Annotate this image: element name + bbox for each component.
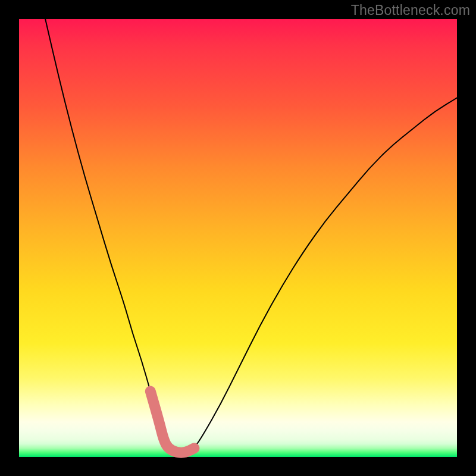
optimal-zone-highlight [151, 392, 195, 453]
bottleneck-curve [45, 19, 457, 453]
plot-area [19, 19, 457, 457]
curve-svg [19, 19, 457, 457]
watermark-text: TheBottleneck.com [351, 2, 470, 18]
chart-container: TheBottleneck.com [0, 0, 476, 476]
